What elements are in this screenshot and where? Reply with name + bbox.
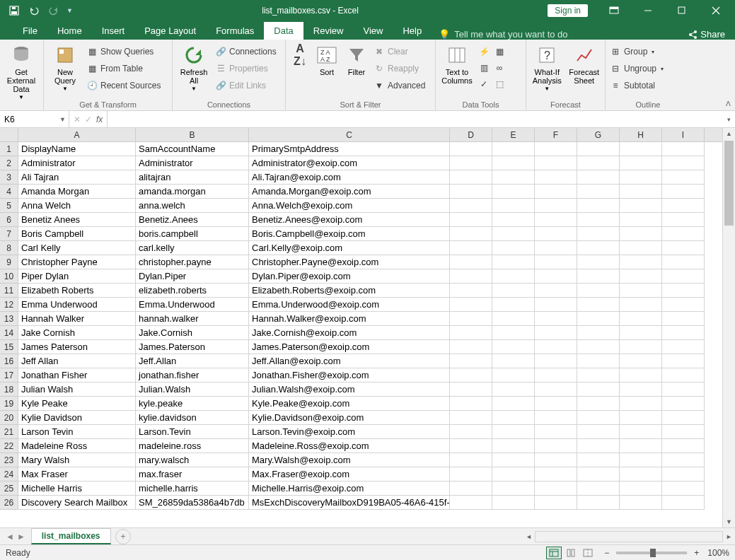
cell[interactable] (620, 170, 662, 185)
cell[interactable]: Elizabeth.Roberts@exoip.com (249, 284, 450, 298)
row-header[interactable]: 17 (0, 368, 18, 383)
column-header[interactable]: B (136, 128, 249, 141)
relationships-button[interactable]: ∞ (494, 60, 505, 76)
cell[interactable]: Mary Walsh (18, 453, 136, 467)
row-header[interactable]: 2 (0, 156, 18, 170)
cell[interactable] (450, 496, 492, 510)
cell[interactable] (492, 354, 535, 368)
cell[interactable] (577, 397, 620, 411)
cell[interactable] (620, 227, 662, 241)
zoom-slider[interactable] (616, 552, 687, 554)
cell[interactable] (450, 156, 492, 170)
cell[interactable] (577, 156, 620, 170)
cell[interactable] (662, 213, 705, 227)
cell[interactable]: Emma Underwood (18, 298, 136, 312)
cell[interactable] (620, 482, 662, 496)
cell[interactable] (620, 142, 662, 156)
cell[interactable]: Dylan.Piper (136, 269, 249, 284)
cell[interactable] (535, 411, 577, 425)
cell[interactable]: amanda.morgan (136, 185, 249, 199)
cell[interactable] (620, 156, 662, 170)
row-header[interactable]: 6 (0, 213, 18, 227)
subtotal-button[interactable]: ≡Subtotal (610, 78, 664, 93)
cell[interactable] (662, 453, 705, 467)
row-header[interactable]: 25 (0, 482, 18, 496)
cell[interactable] (577, 142, 620, 156)
enter-formula-button[interactable]: ✓ (85, 115, 92, 124)
cell[interactable]: Anna.Welch@exoip.com (249, 199, 450, 213)
tab-file[interactable]: File (13, 22, 47, 40)
cell[interactable]: anna.welch (136, 199, 249, 213)
group-button[interactable]: ⊞Group▾ (610, 44, 664, 59)
cell[interactable] (577, 170, 620, 185)
cell[interactable] (577, 411, 620, 425)
cell[interactable] (450, 312, 492, 326)
cell[interactable]: Piper Dylan (18, 269, 136, 284)
cell[interactable] (577, 185, 620, 199)
cell[interactable]: Madeleine Ross (18, 439, 136, 453)
cell[interactable] (535, 496, 577, 510)
cell[interactable]: Administrator (136, 156, 249, 170)
ungroup-button[interactable]: ⊟Ungroup▾ (610, 61, 664, 76)
column-header[interactable]: G (577, 128, 620, 141)
signin-button[interactable]: Sign in (548, 4, 588, 17)
cell[interactable] (662, 397, 705, 411)
cell[interactable]: Jeff Allan (18, 354, 136, 368)
filter-button[interactable]: Filter (344, 42, 369, 93)
cell[interactable] (450, 368, 492, 383)
cell[interactable]: michelle.harris (136, 482, 249, 496)
cell[interactable]: Michelle Harris (18, 482, 136, 496)
tab-help[interactable]: Help (393, 22, 432, 40)
scroll-thumb[interactable] (724, 141, 734, 226)
tab-insert[interactable]: Insert (92, 22, 135, 40)
cell[interactable]: Benetiz.Anees (136, 213, 249, 227)
row-header[interactable]: 12 (0, 298, 18, 312)
horizontal-scrollbar[interactable]: ◄ ► (523, 528, 735, 544)
cell[interactable]: Jake Cornish (18, 326, 136, 340)
cell[interactable]: James.Paterson@exoip.com (249, 340, 450, 354)
cell[interactable] (535, 326, 577, 340)
save-button[interactable] (6, 2, 23, 19)
cell[interactable]: Dylan.Piper@exoip.com (249, 269, 450, 284)
zoom-out-button[interactable]: − (604, 548, 609, 558)
cell[interactable] (535, 383, 577, 397)
cell[interactable] (620, 496, 662, 510)
cell[interactable]: Carl Kelly (18, 241, 136, 255)
consolidate-button[interactable]: ▦ (494, 44, 505, 59)
vertical-scrollbar[interactable]: ▲ ▼ (722, 128, 735, 527)
cell[interactable] (492, 269, 535, 284)
cell[interactable] (535, 298, 577, 312)
cell[interactable]: Mary.Walsh@exoip.com (249, 453, 450, 467)
cell[interactable] (662, 170, 705, 185)
undo-button[interactable] (25, 2, 42, 19)
tell-me[interactable]: 💡 Tell me what you want to do (439, 29, 567, 40)
cell[interactable] (662, 383, 705, 397)
cell[interactable]: Jake.Cornish@exoip.com (249, 326, 450, 340)
column-header[interactable]: H (620, 128, 662, 141)
cell[interactable] (492, 467, 535, 482)
cell[interactable] (535, 482, 577, 496)
collapse-ribbon-button[interactable]: ᐱ (726, 100, 731, 107)
text-to-columns-button[interactable]: Text to Columns (440, 42, 474, 92)
properties-button[interactable]: ☰Properties (215, 61, 277, 76)
cell[interactable] (577, 354, 620, 368)
cell[interactable]: Julian.Walsh (136, 383, 249, 397)
cell[interactable]: PrimarySmtpAddress (249, 142, 450, 156)
row-header[interactable]: 1 (0, 142, 18, 156)
row-header[interactable]: 11 (0, 284, 18, 298)
cell[interactable] (492, 411, 535, 425)
cell[interactable] (450, 241, 492, 255)
next-sheet-button[interactable]: ► (17, 532, 25, 542)
cell[interactable] (450, 383, 492, 397)
reapply-button[interactable]: ↻Reapply (374, 61, 425, 76)
cell[interactable] (450, 453, 492, 467)
cell[interactable]: Max Fraser (18, 467, 136, 482)
cell[interactable]: Benetiz Anees (18, 213, 136, 227)
get-external-data-button[interactable]: Get External Data▼ (4, 42, 38, 101)
cell[interactable] (492, 298, 535, 312)
cell[interactable] (535, 241, 577, 255)
cell[interactable] (492, 397, 535, 411)
cell[interactable] (450, 298, 492, 312)
sort-az-button[interactable]: AZ↓ (290, 42, 310, 93)
column-header[interactable]: F (535, 128, 577, 141)
